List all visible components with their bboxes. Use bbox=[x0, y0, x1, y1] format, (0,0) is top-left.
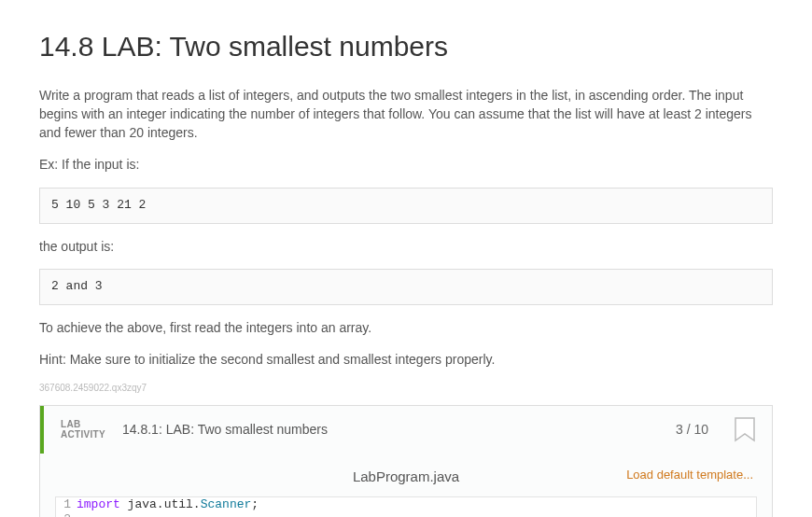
activity-tag-line2: ACTIVITY bbox=[61, 429, 105, 440]
filename-label: LabProgram.java bbox=[353, 467, 459, 487]
load-default-template-link[interactable]: Load default template... bbox=[626, 467, 753, 484]
example-input: 5 10 5 3 21 2 bbox=[39, 188, 773, 224]
code-line[interactable]: 1import java.util.Scanner; bbox=[56, 497, 756, 513]
line-number: 2 bbox=[56, 512, 77, 517]
activity-title: 14.8.1: LAB: Two smallest numbers bbox=[122, 420, 659, 439]
activity-tag-line1: LAB bbox=[61, 419, 105, 429]
watermark-id: 367608.2459022.qx3zqy7 bbox=[39, 382, 773, 396]
code-editor[interactable]: 1import java.util.Scanner;23public class… bbox=[55, 496, 757, 517]
page-title: 14.8 LAB: Two smallest numbers bbox=[39, 26, 773, 67]
instruction-hint: Hint: Make sure to initialize the second… bbox=[39, 350, 773, 369]
example-input-label: Ex: If the input is: bbox=[39, 155, 773, 174]
line-number: 1 bbox=[56, 497, 77, 513]
instruction-array: To achieve the above, first read the int… bbox=[39, 318, 773, 337]
code-content[interactable]: import java.util.Scanner; bbox=[77, 497, 756, 513]
code-line[interactable]: 2 bbox=[56, 512, 756, 517]
activity-score: 3 / 10 bbox=[676, 420, 718, 439]
bookmark-icon[interactable] bbox=[735, 417, 755, 442]
activity-header: LAB ACTIVITY 14.8.1: LAB: Two smallest n… bbox=[40, 406, 772, 454]
example-output: 2 and 3 bbox=[39, 269, 773, 305]
activity-tag: LAB ACTIVITY bbox=[61, 419, 105, 440]
problem-intro: Write a program that reads a list of int… bbox=[39, 86, 773, 143]
code-content[interactable] bbox=[77, 512, 756, 517]
example-output-label: the output is: bbox=[39, 237, 773, 256]
file-tab-bar: LabProgram.java Load default template... bbox=[40, 454, 772, 496]
lab-activity-panel: LAB ACTIVITY 14.8.1: LAB: Two smallest n… bbox=[39, 405, 773, 517]
